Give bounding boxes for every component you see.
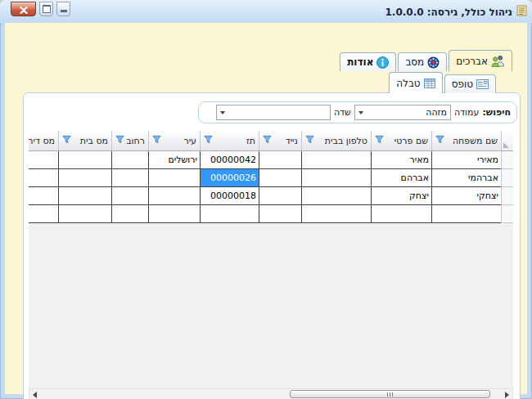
grid-cell[interactable] bbox=[111, 205, 148, 223]
grid-cell[interactable]: אברהם bbox=[371, 169, 431, 187]
grid-cell[interactable]: יצחקי bbox=[431, 187, 501, 205]
grid-cell[interactable]: מאירי bbox=[431, 151, 501, 169]
grid-cell[interactable] bbox=[58, 187, 111, 205]
content-panel: חיפוש: עמודה מזהה שדה שם משפחהשם פרטיטלפ… bbox=[23, 92, 521, 399]
grid-cell[interactable]: 00000018 bbox=[200, 187, 259, 205]
client-area: אברכיםמסבאודות טופסטבלה חיפוש: עמודה מזה… bbox=[5, 23, 527, 394]
database-icon bbox=[427, 56, 440, 69]
column-header-label: טלפון בבית bbox=[325, 136, 367, 146]
tab-avrechim[interactable]: אברכים bbox=[449, 50, 512, 71]
grid-cell[interactable]: 00000042 bbox=[200, 151, 259, 169]
grid-cell[interactable] bbox=[259, 205, 301, 223]
grid-cell[interactable] bbox=[58, 169, 111, 187]
filter-icon[interactable] bbox=[204, 135, 213, 146]
grid-cell[interactable] bbox=[259, 151, 301, 169]
scroll-right-arrow-icon[interactable] bbox=[505, 392, 509, 398]
grid-cell[interactable] bbox=[58, 205, 111, 223]
tab-about[interactable]: אודות bbox=[340, 52, 396, 71]
column-header[interactable]: תז bbox=[200, 131, 259, 151]
grid-cell[interactable] bbox=[29, 169, 58, 187]
form-icon bbox=[476, 79, 489, 89]
grid-cell[interactable] bbox=[148, 205, 200, 223]
grid-cell[interactable] bbox=[301, 187, 371, 205]
column-header[interactable]: טלפון בבית bbox=[301, 131, 371, 151]
grid-cell[interactable] bbox=[301, 151, 371, 169]
grid-cell[interactable] bbox=[58, 151, 111, 169]
grid-cell[interactable] bbox=[259, 187, 301, 205]
scrollbar-thumb[interactable] bbox=[290, 390, 490, 398]
sub-tabs: טופסטבלה bbox=[389, 72, 496, 93]
filter-icon[interactable] bbox=[435, 135, 444, 146]
grid-cell[interactable]: אברהמי bbox=[431, 169, 501, 187]
tab-label: טבלה bbox=[396, 78, 420, 89]
column-combobox-value: מזהה bbox=[426, 107, 447, 118]
column-header-label: שם משפחה bbox=[453, 136, 498, 146]
grid-cell[interactable] bbox=[259, 169, 301, 187]
tab-form[interactable]: טופס bbox=[444, 74, 496, 93]
data-grid: שם משפחהשם פרטיטלפון בביתניידתזעיררחובמס… bbox=[29, 131, 513, 388]
table-row: יצחקייצחק00000018 bbox=[29, 187, 513, 205]
row-header[interactable] bbox=[501, 151, 513, 169]
window-title: ניהול כולל, גירסה: 1.0.0.0 bbox=[385, 7, 512, 18]
table-row: אברהמיאברהם00000026 bbox=[29, 169, 513, 187]
table-icon bbox=[424, 78, 435, 88]
grid-cell[interactable]: ירושלים bbox=[148, 151, 200, 169]
grid-cell[interactable]: 00000026 bbox=[200, 169, 259, 187]
grid-cell[interactable] bbox=[148, 169, 200, 187]
grid-cell[interactable] bbox=[111, 151, 148, 169]
column-header-label: נייד bbox=[286, 136, 298, 146]
column-header[interactable]: מס בית bbox=[58, 131, 111, 151]
table-row: מאירימאיר00000042ירושלים bbox=[29, 151, 513, 169]
column-label: עמודה bbox=[454, 107, 480, 118]
grid-cell[interactable] bbox=[111, 169, 148, 187]
tab-masav[interactable]: מסב bbox=[398, 52, 447, 71]
column-header[interactable]: שם פרטי bbox=[371, 131, 431, 151]
tab-label: אברכים bbox=[456, 56, 488, 67]
column-header[interactable]: שם משפחה bbox=[431, 131, 501, 151]
column-header-label: עיר bbox=[183, 136, 196, 146]
grid-cell[interactable] bbox=[111, 187, 148, 205]
row-header[interactable] bbox=[501, 187, 513, 205]
filter-icon[interactable] bbox=[305, 135, 314, 146]
grid-cell[interactable] bbox=[29, 205, 58, 223]
column-combobox[interactable]: מזהה bbox=[354, 105, 451, 120]
app-icon bbox=[516, 4, 527, 20]
row-header[interactable] bbox=[501, 169, 513, 187]
column-header-label: מס דירה bbox=[29, 136, 55, 146]
grid-cell[interactable] bbox=[29, 151, 58, 169]
chevron-down-icon bbox=[220, 111, 225, 114]
table-row bbox=[29, 205, 513, 223]
search-groupbox: חיפוש: עמודה מזהה שדה bbox=[198, 101, 517, 123]
grid-cell[interactable] bbox=[301, 205, 371, 223]
filter-icon[interactable] bbox=[152, 135, 161, 146]
column-header[interactable]: עיר bbox=[148, 131, 200, 151]
column-header[interactable]: מס דירה bbox=[29, 131, 58, 151]
row-header[interactable] bbox=[501, 205, 513, 223]
horizontal-scrollbar[interactable] bbox=[29, 388, 513, 399]
titlebar[interactable]: ניהול כולל, גירסה: 1.0.0.0 bbox=[0, 0, 532, 23]
column-header-label: רחוב bbox=[126, 136, 145, 146]
grid-cell[interactable] bbox=[431, 205, 501, 223]
close-button[interactable] bbox=[11, 2, 36, 16]
grid-cell[interactable] bbox=[301, 169, 371, 187]
grid-cell[interactable]: יצחק bbox=[371, 187, 431, 205]
tab-table[interactable]: טבלה bbox=[389, 72, 442, 93]
grid-cell[interactable] bbox=[371, 205, 431, 223]
filter-icon[interactable] bbox=[115, 135, 124, 146]
filter-icon[interactable] bbox=[62, 135, 71, 146]
scroll-left-arrow-icon[interactable] bbox=[33, 392, 37, 398]
grid-cell[interactable] bbox=[148, 187, 200, 205]
select-all-corner[interactable] bbox=[501, 131, 513, 151]
grid-cell[interactable] bbox=[200, 205, 259, 223]
filter-icon[interactable] bbox=[375, 135, 384, 146]
column-header[interactable]: רחוב bbox=[111, 131, 148, 151]
minimize-button[interactable] bbox=[56, 2, 70, 16]
field-combobox[interactable] bbox=[216, 105, 331, 120]
filter-icon[interactable] bbox=[263, 135, 272, 146]
maximize-button[interactable] bbox=[39, 2, 53, 16]
grid-cell[interactable] bbox=[29, 187, 58, 205]
title-area: ניהול כולל, גירסה: 1.0.0.0 bbox=[385, 4, 527, 20]
column-header[interactable]: נייד bbox=[259, 131, 301, 151]
grid-cell[interactable]: מאיר bbox=[371, 151, 431, 169]
tab-label: אודות bbox=[347, 56, 373, 68]
